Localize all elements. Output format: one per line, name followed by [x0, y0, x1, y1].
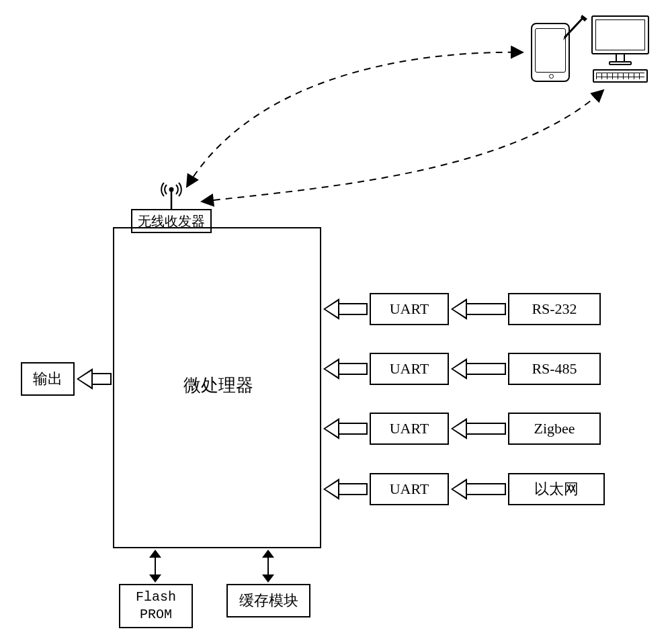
rs232-box: RS-232 [508, 293, 601, 325]
arrow-rs232-to-uart [451, 300, 506, 318]
output-label: 输出 [33, 370, 62, 389]
uart-label-2: UART [390, 359, 429, 379]
ethernet-label: 以太网 [534, 480, 579, 499]
svg-point-4 [169, 187, 174, 192]
uart-box-4: UART [370, 473, 449, 505]
output-box: 输出 [21, 362, 75, 396]
rs485-label: RS-485 [532, 359, 577, 379]
rs485-box: RS-485 [508, 353, 601, 385]
cache-label: 缓存模块 [239, 591, 298, 611]
uart-box-2: UART [370, 353, 449, 385]
arrow-rs485-to-uart [451, 360, 506, 378]
arrow-mpu-to-output [77, 370, 112, 388]
uart-label-3: UART [390, 419, 429, 439]
rs232-label: RS-232 [532, 300, 577, 319]
arrow-uart2-to-mpu [323, 360, 368, 378]
zigbee-label: Zigbee [534, 419, 575, 439]
flash-prom-box: Flash PROM [119, 584, 193, 628]
arrow-uart1-to-mpu [323, 300, 368, 318]
antenna-icon [160, 181, 183, 211]
flash-prom-label: Flash PROM [136, 589, 176, 624]
ethernet-box: 以太网 [508, 473, 605, 505]
arrow-uart3-to-mpu [323, 420, 368, 437]
uart-label-1: UART [390, 300, 429, 319]
uart-box-3: UART [370, 413, 449, 445]
arrow-uart4-to-mpu [323, 480, 368, 498]
zigbee-box: Zigbee [508, 413, 601, 445]
uart-box-1: UART [370, 293, 449, 325]
microprocessor-box: 微处理器 [113, 227, 321, 548]
arrow-mpu-flash [149, 550, 161, 583]
microprocessor-label: 微处理器 [181, 374, 255, 397]
arrow-mpu-cache [262, 550, 274, 583]
cache-box: 缓存模块 [226, 584, 310, 617]
arrow-zigbee-to-uart [451, 420, 506, 437]
wireless-link-to-computer [0, 0, 672, 302]
arrow-ethernet-to-uart [451, 480, 506, 498]
uart-label-4: UART [390, 480, 429, 499]
